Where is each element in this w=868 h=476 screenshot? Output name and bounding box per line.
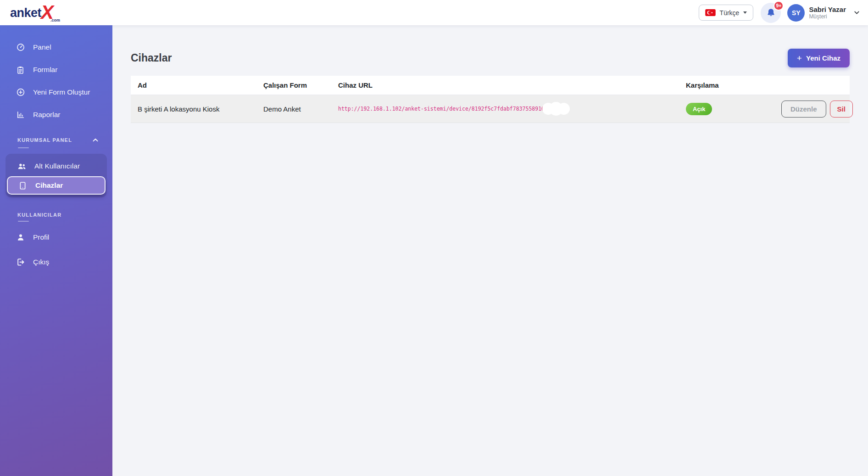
brand-name-suffix: .com	[50, 18, 60, 22]
sidebar-item-label: Cihazlar	[35, 181, 63, 190]
sidebar-section-kurumsal: KURUMSAL PANEL Alt Kullanıcılar	[0, 136, 112, 197]
sidebar-item-profil[interactable]: Profil	[0, 228, 112, 246]
table-row: B şirketi A lokasyonu Kiosk Demo Anket h…	[131, 95, 850, 123]
caret-down-icon	[743, 11, 747, 14]
column-header-ad: Ad	[131, 81, 256, 89]
column-header-karsilama: Karşılama	[679, 81, 774, 89]
device-name-cell: B şirketi A lokasyonu Kiosk	[131, 105, 256, 113]
sidebar-item-alt-kullanicilar[interactable]: Alt Kullanıcılar	[7, 157, 106, 175]
plus-circle-icon	[16, 88, 25, 97]
sidebar-item-cikis[interactable]: Çıkış	[0, 253, 112, 271]
device-form-cell: Demo Anket	[256, 105, 331, 113]
topbar-actions: Türkçe 9+ SY Sabri Yazar Müşteri	[699, 3, 868, 23]
sidebar-item-label: Çıkış	[33, 258, 49, 266]
brand-logo[interactable]: anket X .com	[10, 4, 60, 22]
delete-button[interactable]: Sil	[830, 101, 853, 118]
status-badge: Açık	[686, 103, 712, 115]
edit-button[interactable]: Düzenle	[781, 101, 826, 118]
device-status-cell: Açık	[679, 103, 774, 115]
chevron-down-icon	[853, 9, 861, 17]
user-menu[interactable]: SY Sabri Yazar Müşteri	[787, 4, 861, 22]
chart-icon	[16, 110, 25, 120]
sidebar-main-nav: Panel Formlar Yeni Form Oluştur	[0, 25, 112, 124]
chevron-up-icon[interactable]	[91, 136, 100, 144]
avatar: SY	[787, 4, 805, 22]
sidebar: Panel Formlar Yeni Form Oluştur	[0, 25, 112, 476]
device-url-cell: http://192.168.1.102/anket-sistemi/devic…	[331, 102, 679, 116]
page-title: Cihazlar	[131, 52, 172, 64]
section-divider	[18, 221, 29, 222]
user-icon	[16, 233, 25, 242]
section-title: KURUMSAL PANEL	[17, 137, 72, 143]
sidebar-section-kullanicilar: KULLANICILAR Profil Çıkış	[0, 212, 112, 271]
sidebar-item-label: Yeni Form Oluştur	[33, 88, 90, 96]
main-content: Cihazlar + Yeni Cihaz Ad Çalışan Form Ci…	[112, 25, 868, 476]
new-device-button[interactable]: + Yeni Cihaz	[788, 49, 850, 67]
device-url-text: http://192.168.1.102/anket-sistemi/devic…	[338, 106, 548, 112]
sidebar-item-label: Formlar	[33, 66, 57, 74]
plus-icon: +	[797, 54, 802, 62]
section-title: KULLANICILAR	[17, 212, 61, 218]
sidebar-item-raporlar[interactable]: Raporlar	[0, 106, 112, 124]
notification-count-badge: 9+	[773, 1, 784, 11]
column-header-cihaz-url: Cihaz URL	[331, 81, 679, 89]
section-divider	[18, 147, 29, 148]
top-header: anket X .com Türkçe 9+ SY Sabri Yaza	[0, 0, 868, 25]
brand-name-primary: anket	[10, 4, 41, 22]
sidebar-item-label: Alt Kullanıcılar	[34, 162, 80, 170]
device-actions-cell: Düzenle Sil	[774, 101, 858, 118]
column-header-calisan-form: Çalışan Form	[256, 81, 331, 89]
logout-icon	[16, 258, 25, 267]
devices-table: Ad Çalışan Form Cihaz URL Karşılama B şi…	[131, 76, 850, 123]
table-header-row: Ad Çalışan Form Cihaz URL Karşılama	[131, 76, 850, 95]
user-role: Müşteri	[809, 13, 846, 20]
sidebar-item-label: Raporlar	[33, 111, 60, 119]
language-label: Türkçe	[720, 9, 740, 17]
sidebar-item-label: Profil	[33, 233, 49, 241]
bell-icon	[766, 8, 776, 17]
sidebar-item-formlar[interactable]: Formlar	[0, 61, 112, 79]
language-selector[interactable]: Türkçe	[699, 5, 754, 21]
users-icon	[17, 162, 27, 171]
new-device-label: Yeni Cihaz	[806, 54, 840, 62]
sidebar-group-box: Alt Kullanıcılar Cihazlar	[6, 154, 107, 197]
sidebar-item-cihazlar[interactable]: Cihazlar	[7, 176, 106, 195]
sidebar-item-label: Panel	[33, 43, 51, 51]
turkish-flag-icon	[705, 9, 716, 16]
clipboard-icon	[16, 65, 25, 75]
notifications-button[interactable]: 9+	[761, 3, 781, 23]
tablet-icon	[18, 181, 28, 190]
sidebar-item-yeni-form[interactable]: Yeni Form Oluştur	[0, 83, 112, 101]
sidebar-item-panel[interactable]: Panel	[0, 38, 112, 56]
dashboard-icon	[16, 43, 25, 52]
url-redaction-blobs	[542, 102, 570, 116]
user-name: Sabri Yazar	[809, 6, 846, 13]
